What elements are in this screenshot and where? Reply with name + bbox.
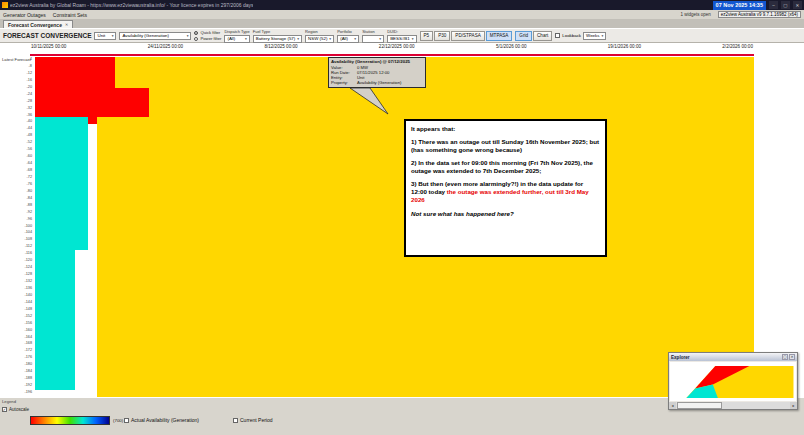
filter-select-duid[interactable]: BESS#B1▾ <box>387 35 416 43</box>
menu-items: Generator OutagesConstraint Sets <box>3 12 87 18</box>
tooltip-field-label: Property: <box>331 80 357 85</box>
y-axis-label: -48 <box>27 134 33 138</box>
filter-group-duid: DUID:BESS#B1▾ <box>387 29 416 43</box>
annotation-point-3: 3) But then (even more alarmingly?!) in … <box>411 180 600 204</box>
explorer-popout-icon[interactable]: ▢ <box>782 354 788 360</box>
chart-block-red <box>88 117 97 124</box>
filter-select-portfolio[interactable]: (All)▾ <box>337 35 359 43</box>
autoscale-label: Autoscale <box>9 407 29 412</box>
y-axis-label: -164 <box>24 336 32 340</box>
lookback-select-value: Weeks <box>586 33 599 38</box>
property-select-value: Availability (Generation) <box>122 33 169 38</box>
chevron-down-icon: ▾ <box>601 34 603 38</box>
y-axis-label: -56 <box>27 148 33 152</box>
annotation-point-1: 1) There was an outage out till Sunday 1… <box>411 138 600 154</box>
legend-scale-max: (700) <box>113 418 123 423</box>
y-axis-label: -84 <box>27 197 33 201</box>
quick-filter-label: Quick filter <box>200 30 220 35</box>
y-axis-label: -12 <box>27 72 33 76</box>
explorer-scrollbar[interactable]: ◂ ▸ <box>669 402 797 409</box>
entity-select[interactable]: Unit ▾ <box>94 32 116 40</box>
filter-group-portfolio: Portfolio(All)▾ <box>337 29 359 43</box>
y-axis-label: -136 <box>24 287 32 291</box>
filter-select-value: Battery Storage (57) <box>256 36 296 41</box>
y-axis-label: -88 <box>27 204 33 208</box>
y-axis-label: -64 <box>27 162 33 166</box>
filter-label: Region <box>305 29 334 34</box>
cell-tooltip: Availability (Generation) @ 07/12/2025 V… <box>328 57 426 88</box>
x-axis: 10/11/2025 00:0024/11/2025 00:008/12/202… <box>31 44 753 52</box>
chevron-down-icon: ▾ <box>245 37 247 41</box>
scrollbar-track[interactable] <box>676 402 790 409</box>
chevron-down-icon: ▾ <box>329 37 331 41</box>
menu-item-constraint-sets[interactable]: Constraint Sets <box>53 12 87 18</box>
chart-block-cyan <box>35 117 88 250</box>
legend-gradient <box>30 416 110 425</box>
current-period-checkbox[interactable] <box>233 418 238 423</box>
horizon-button-pd-stpasa[interactable]: PD/STPASA <box>451 31 484 41</box>
maximize-button[interactable]: ▢ <box>781 1 790 9</box>
filter-label: Portfolio <box>337 29 359 34</box>
power-filter-radio[interactable]: Power filter <box>194 36 221 41</box>
tooltip-callout-pointer <box>345 88 405 115</box>
view-button-grid[interactable]: Grid <box>515 31 532 41</box>
lookback-select[interactable]: Weeks ▾ <box>583 32 606 40</box>
y-axis-label: -104 <box>24 231 32 235</box>
horizon-button-mtpasa[interactable]: MTPASA <box>486 31 513 41</box>
version-badge: ez2view Australia v9 9.7.1.16982 (x64) <box>718 11 801 18</box>
tab-close-icon[interactable]: ✕ <box>65 22 68 27</box>
annotation-box: It appears that: 1) There was an outage … <box>404 119 607 257</box>
filter-select-fuel-type[interactable]: Battery Storage (57)▾ <box>253 35 302 43</box>
filter-select-dispatch-type[interactable]: (All)▾ <box>224 35 249 43</box>
explorer-titlebar[interactable]: Explorer ▢ ✕ <box>669 353 797 361</box>
filter-groups: Dispatch Type(All)▾Fuel TypeBattery Stor… <box>224 29 416 43</box>
current-period-control: Current Period <box>233 417 273 423</box>
y-axis-label: -68 <box>27 169 33 173</box>
autoscale-checkbox[interactable]: ✓ <box>2 407 7 412</box>
filter-label: DUID: <box>387 29 416 34</box>
horizon-button-p30[interactable]: P30 <box>434 31 450 41</box>
tooltip-row: Property:Availability (Generation) <box>331 80 423 85</box>
explorer-close-icon[interactable]: ✕ <box>789 354 795 360</box>
y-axis-label: -180 <box>24 363 32 367</box>
y-axis-label: -96 <box>27 218 33 222</box>
x-axis-label: 5/1/2026 00:00 <box>496 44 527 52</box>
annotation-footer: Not sure what has happened here? <box>411 210 600 218</box>
tab-forecast-convergence[interactable]: Forecast Convergence ✕ <box>3 20 73 28</box>
widgets-open-label: 1 widgets open <box>680 12 710 17</box>
quick-filter-radio[interactable]: Quick filter <box>194 30 221 35</box>
y-axis-label: -132 <box>24 280 32 284</box>
explorer-minimap[interactable] <box>670 362 796 401</box>
filter-group-dispatch-type: Dispatch Type(All)▾ <box>224 29 249 43</box>
annotation-point-2: 2) In the data set for 09:00 this mornin… <box>411 159 600 175</box>
y-axis-label: -76 <box>27 183 33 187</box>
actual-availability-control: Actual Availability (Generation) <box>124 417 199 423</box>
filter-select-region[interactable]: NSW (52)▾ <box>305 35 334 43</box>
y-axis-label: -156 <box>24 322 32 326</box>
filter-label: Station <box>362 29 384 34</box>
current-period-label: Current Period <box>240 417 273 423</box>
x-axis-label: 8/12/2025 00:00 <box>264 44 297 52</box>
scroll-right-icon[interactable]: ▸ <box>790 402 797 409</box>
y-axis-label: -168 <box>24 342 32 346</box>
filter-select-station[interactable]: ▾ <box>362 35 384 43</box>
y-axis-label: -176 <box>24 356 32 360</box>
actual-availability-checkbox[interactable] <box>124 418 129 423</box>
y-axis-label: -188 <box>24 377 32 381</box>
scrollbar-thumb[interactable] <box>677 402 722 409</box>
lookback-checkbox[interactable] <box>555 33 560 38</box>
minimize-button[interactable]: – <box>769 1 778 9</box>
y-axis-label: -60 <box>27 155 33 159</box>
y-axis-label: -40 <box>27 120 33 124</box>
horizon-button-p5[interactable]: P5 <box>420 31 434 41</box>
view-buttons: GridChart <box>515 31 552 41</box>
y-axis-label: -112 <box>25 245 32 249</box>
y-axis-label: -4 <box>29 58 32 62</box>
property-select[interactable]: Availability (Generation) ▾ <box>119 32 191 40</box>
view-button-chart[interactable]: Chart <box>533 31 552 41</box>
close-button[interactable]: ✕ <box>793 1 802 9</box>
menu-item-generator-outages[interactable]: Generator Outages <box>3 12 46 18</box>
lookback-label: Lookback <box>562 33 581 38</box>
tab-strip: Forecast Convergence ✕ <box>0 19 804 28</box>
scroll-left-icon[interactable]: ◂ <box>669 402 676 409</box>
